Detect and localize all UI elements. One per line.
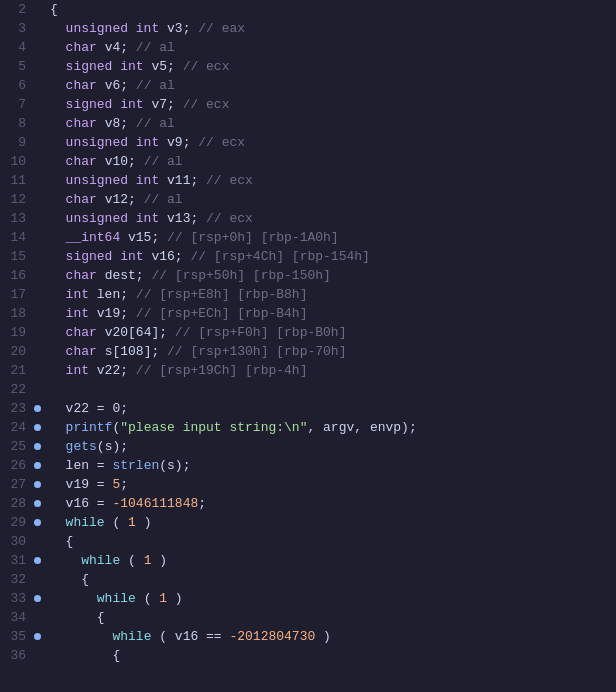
code-line-14: __int64 v15; // [rsp+0h] [rbp-1A0h] (50, 228, 616, 247)
line-num-3: 3 (4, 19, 26, 38)
line-num-28: 28 (4, 494, 26, 513)
code-line-9: unsigned int v9; // ecx (50, 133, 616, 152)
code-line-32: { (50, 570, 616, 589)
dot-14 (33, 228, 41, 247)
line-num-27: 27 (4, 475, 26, 494)
code-line-15: signed int v16; // [rsp+4Ch] [rbp-154h] (50, 247, 616, 266)
code-line-16: char dest; // [rsp+50h] [rbp-150h] (50, 266, 616, 285)
line-num-26: 26 (4, 456, 26, 475)
dot-31 (33, 551, 41, 570)
code-line-18: int v19; // [rsp+ECh] [rbp-B4h] (50, 304, 616, 323)
code-line-22 (50, 380, 616, 399)
code-line-27: v19 = 5; (50, 475, 616, 494)
breakpoint-column (32, 0, 42, 692)
code-line-25: gets(s); (50, 437, 616, 456)
dot-22 (33, 380, 41, 399)
dot-33 (33, 589, 41, 608)
line-num-9: 9 (4, 133, 26, 152)
code-line-3: unsigned int v3; // eax (50, 19, 616, 38)
dot-35 (33, 627, 41, 646)
dot-13 (33, 209, 41, 228)
dot-11 (33, 171, 41, 190)
dot-18 (33, 304, 41, 323)
line-num-5: 5 (4, 57, 26, 76)
dot-36 (33, 646, 41, 665)
code-line-35: while ( v16 == -2012804730 ) (50, 627, 616, 646)
dot-19 (33, 323, 41, 342)
line-num-11: 11 (4, 171, 26, 190)
code-line-7: signed int v7; // ecx (50, 95, 616, 114)
line-num-6: 6 (4, 76, 26, 95)
line-num-8: 8 (4, 114, 26, 133)
dot-25 (33, 437, 41, 456)
dot-4 (33, 38, 41, 57)
code-line-33: while ( 1 ) (50, 589, 616, 608)
code-line-29: while ( 1 ) (50, 513, 616, 532)
line-num-22: 22 (4, 380, 26, 399)
line-num-19: 19 (4, 323, 26, 342)
dot-21 (33, 361, 41, 380)
code-editor: 2 3 4 5 6 7 8 9 10 11 12 13 14 15 16 17 … (0, 0, 616, 692)
code-line-28: v16 = -1046111848; (50, 494, 616, 513)
code-line-10: char v10; // al (50, 152, 616, 171)
code-line-6: char v6; // al (50, 76, 616, 95)
dot-7 (33, 95, 41, 114)
dot-6 (33, 76, 41, 95)
dot-32 (33, 570, 41, 589)
code-line-20: char s[108]; // [rsp+130h] [rbp-70h] (50, 342, 616, 361)
dot-2 (33, 0, 41, 19)
dot-10 (33, 152, 41, 171)
code-line-36: { (50, 646, 616, 665)
line-num-33: 33 (4, 589, 26, 608)
line-num-31: 31 (4, 551, 26, 570)
line-num-2: 2 (4, 0, 26, 19)
line-num-30: 30 (4, 532, 26, 551)
code-content: { unsigned int v3; // eax char v4; // al… (42, 0, 616, 692)
line-num-12: 12 (4, 190, 26, 209)
code-line-24: printf("please input string:\n", argv, e… (50, 418, 616, 437)
line-num-24: 24 (4, 418, 26, 437)
code-line-4: char v4; // al (50, 38, 616, 57)
dot-12 (33, 190, 41, 209)
code-line-21: int v22; // [rsp+19Ch] [rbp-4h] (50, 361, 616, 380)
line-num-14: 14 (4, 228, 26, 247)
line-num-25: 25 (4, 437, 26, 456)
code-line-5: signed int v5; // ecx (50, 57, 616, 76)
dot-16 (33, 266, 41, 285)
dot-20 (33, 342, 41, 361)
line-num-36: 36 (4, 646, 26, 665)
code-line-19: char v20[64]; // [rsp+F0h] [rbp-B0h] (50, 323, 616, 342)
code-line-8: char v8; // al (50, 114, 616, 133)
dot-15 (33, 247, 41, 266)
line-num-18: 18 (4, 304, 26, 323)
dot-29 (33, 513, 41, 532)
dot-27 (33, 475, 41, 494)
code-line-30: { (50, 532, 616, 551)
code-line-31: while ( 1 ) (50, 551, 616, 570)
line-num-29: 29 (4, 513, 26, 532)
dot-8 (33, 114, 41, 133)
line-num-32: 32 (4, 570, 26, 589)
code-line-12: char v12; // al (50, 190, 616, 209)
dot-30 (33, 532, 41, 551)
line-num-15: 15 (4, 247, 26, 266)
dot-9 (33, 133, 41, 152)
code-line-34: { (50, 608, 616, 627)
code-line-23: v22 = 0; (50, 399, 616, 418)
line-numbers: 2 3 4 5 6 7 8 9 10 11 12 13 14 15 16 17 … (0, 0, 32, 692)
code-line-11: unsigned int v11; // ecx (50, 171, 616, 190)
line-num-17: 17 (4, 285, 26, 304)
line-num-7: 7 (4, 95, 26, 114)
line-num-34: 34 (4, 608, 26, 627)
line-num-21: 21 (4, 361, 26, 380)
line-num-16: 16 (4, 266, 26, 285)
dot-5 (33, 57, 41, 76)
line-num-23: 23 (4, 399, 26, 418)
line-num-4: 4 (4, 38, 26, 57)
dot-34 (33, 608, 41, 627)
dot-26 (33, 456, 41, 475)
dot-3 (33, 19, 41, 38)
dot-23 (33, 399, 41, 418)
dot-28 (33, 494, 41, 513)
line-num-20: 20 (4, 342, 26, 361)
